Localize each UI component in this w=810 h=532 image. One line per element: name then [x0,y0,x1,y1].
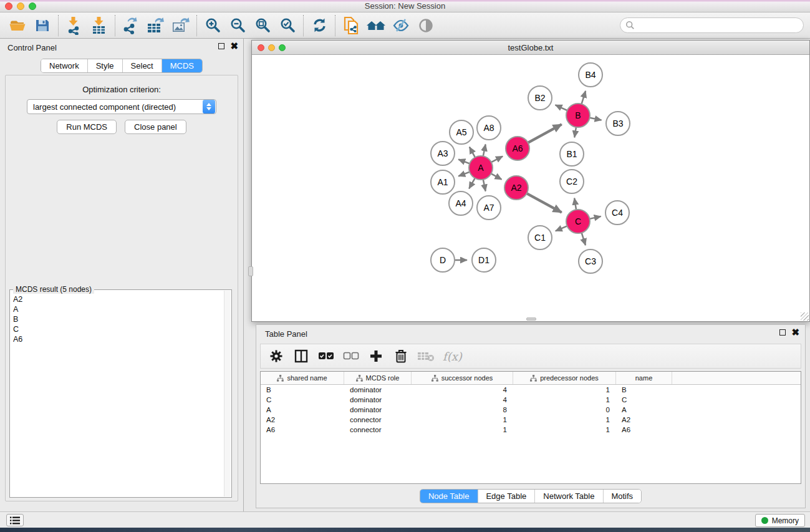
result-item[interactable]: A [13,304,223,314]
tab-mcds[interactable]: MCDS [162,59,202,72]
network-horizontal-scrollbar[interactable] [526,317,536,321]
graph-edge-A-A6[interactable] [491,157,503,163]
graph-node-B4[interactable]: B4 [579,63,602,87]
memory-button[interactable]: Memory [755,514,805,527]
close-panel-icon[interactable]: ✖ [230,43,238,49]
split-columns-icon[interactable] [292,347,311,365]
tab-network[interactable]: Network [41,59,88,72]
table-row[interactable]: A6connector11A6 [261,425,801,435]
graph-node-C2[interactable]: C2 [560,170,584,193]
graph-edge-A-A4[interactable] [469,178,475,189]
run-mcds-button[interactable]: Run MCDS [57,120,117,134]
table-row[interactable]: Cdominator41C [261,395,801,405]
export-image-icon[interactable] [168,14,193,37]
result-item[interactable]: A6 [13,334,223,344]
destroy-table-icon[interactable] [417,347,435,365]
result-scrollbar[interactable] [224,291,231,496]
graph-node-B1[interactable]: B1 [560,142,584,166]
graph-edge-A-A2[interactable] [491,173,502,179]
graph-node-C4[interactable]: C4 [605,201,629,225]
graph-node-A1[interactable]: A1 [431,170,455,194]
graph-edge-C-C4[interactable] [590,216,601,219]
show-all-columns-icon[interactable] [317,347,335,365]
zoom-in-icon[interactable] [200,14,225,37]
graph-node-C[interactable]: C [566,210,590,233]
graph-node-A6[interactable]: A6 [506,137,529,160]
graph-node-A7[interactable]: A7 [477,196,501,220]
graph-edge-A-A7[interactable] [483,180,486,191]
hide-all-columns-icon[interactable] [342,347,360,365]
network-vertical-scrollbar[interactable] [248,266,253,276]
graph-edge-B-B4[interactable] [582,91,586,104]
graph-edge-B-B1[interactable] [574,127,576,138]
graph-node-B[interactable]: B [566,104,590,127]
tab-node-table[interactable]: Node Table [420,490,478,503]
column-header-successor-nodes[interactable]: successor nodes [412,372,513,384]
save-session-icon[interactable] [30,14,55,37]
graph-edge-A6-B[interactable] [528,124,562,143]
column-header-MCDS-role[interactable]: MCDS role [344,372,412,384]
zoom-fit-icon[interactable] [250,14,275,37]
graph-edge-A-A5[interactable] [470,147,475,158]
show-display-icon[interactable] [413,14,438,37]
network-window-titlebar[interactable]: testGlobe.txt [252,41,809,55]
delete-icon[interactable] [392,347,410,365]
graph-node-B2[interactable]: B2 [528,86,552,110]
graph-edge-C-C3[interactable] [582,233,586,245]
tab-select[interactable]: Select [123,59,162,72]
result-item[interactable]: C [13,324,223,334]
float-table-panel-icon[interactable] [779,329,786,336]
graph-edge-B-B3[interactable] [590,118,602,120]
table-row[interactable]: Bdominator41B [261,385,801,395]
gear-icon[interactable] [267,347,286,365]
graph-node-A8[interactable]: A8 [477,116,501,140]
graph-edge-A-A8[interactable] [483,144,486,156]
resize-grip-icon[interactable] [801,312,809,321]
result-item[interactable]: A2 [13,294,223,304]
task-history-button[interactable] [6,514,24,526]
home-icon[interactable] [364,14,388,37]
criterion-select[interactable]: largest connected component (directed) [27,99,216,114]
graph-edge-A2-C[interactable] [527,193,562,213]
export-table-icon[interactable] [143,14,168,37]
result-item[interactable]: B [13,314,223,324]
graph-edge-A-A1[interactable] [458,172,470,177]
close-panel-button[interactable]: Close panel [125,120,186,134]
graph-node-D[interactable]: D [431,248,455,272]
export-network-icon[interactable] [118,14,143,37]
table-row[interactable]: Adominator80A [261,405,801,415]
refresh-icon[interactable] [307,14,332,37]
table-row[interactable]: A2connector11A2 [261,415,801,425]
graph-node-A5[interactable]: A5 [450,120,473,144]
zoom-out-icon[interactable] [225,14,250,37]
graph-node-C3[interactable]: C3 [579,249,602,273]
graph-edge-C-C1[interactable] [556,226,567,231]
graph-edge-B-B2[interactable] [556,105,567,110]
float-panel-icon[interactable] [218,43,224,49]
column-header-shared-name[interactable]: shared name [261,372,344,384]
clone-network-icon[interactable] [339,14,364,37]
import-network-icon[interactable] [62,14,87,37]
close-table-panel-icon[interactable]: ✖ [791,329,799,336]
open-folder-icon[interactable] [5,14,30,37]
graph-node-A2[interactable]: A2 [504,176,528,200]
function-builder-icon[interactable]: f(x) [443,350,462,363]
column-header-predecessor-nodes[interactable]: predecessor nodes [513,372,616,384]
graph-node-A4[interactable]: A4 [449,191,473,215]
hide-display-icon[interactable] [388,14,413,37]
import-table-icon[interactable] [87,14,112,37]
zoom-selected-icon[interactable] [275,14,300,37]
graph-node-A[interactable]: A [469,156,493,180]
column-header-name[interactable]: name [616,372,672,384]
graph-node-B3[interactable]: B3 [606,112,630,135]
search-input[interactable] [635,21,803,30]
graph-node-A3[interactable]: A3 [431,142,455,165]
tab-edge-table[interactable]: Edge Table [478,490,535,503]
graph-edge-C-C2[interactable] [574,198,576,210]
graph-node-C1[interactable]: C1 [528,226,552,249]
tab-motifs[interactable]: Motifs [603,490,641,503]
add-column-icon[interactable] [367,347,385,365]
search-box[interactable] [620,17,804,33]
tab-style[interactable]: Style [88,59,123,72]
graph-edge-A-A3[interactable] [458,160,470,164]
